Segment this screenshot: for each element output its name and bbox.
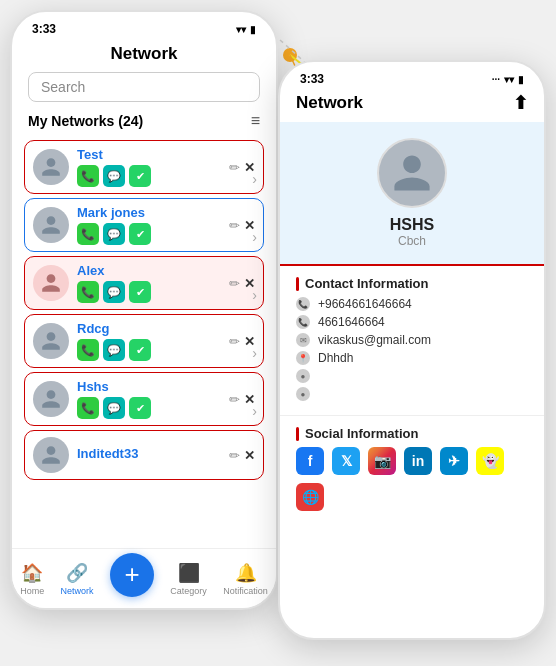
edit-icon[interactable]: ✏: [229, 448, 240, 463]
social-section: Social Information f 𝕏 📷 in ✈ 👻 🌐: [280, 416, 544, 521]
nav-network[interactable]: 🔗 Network: [61, 562, 94, 596]
contact-name: Test: [77, 147, 225, 162]
battery-icon: ▮: [518, 74, 524, 85]
contact-item[interactable]: Rdcg 📞 💬 ✔ ✏ ✕ ›: [24, 314, 264, 368]
contact-info-section: Contact Information 📞 +9664661646664 📞 4…: [280, 266, 544, 416]
battery-icon: ▮: [250, 24, 256, 35]
twitter-icon[interactable]: 𝕏: [332, 447, 360, 475]
telegram-icon[interactable]: ✈: [440, 447, 468, 475]
contact-item[interactable]: Test 📞 💬 ✔ ✏ ✕ ›: [24, 140, 264, 194]
nav-home[interactable]: 🏠 Home: [20, 562, 44, 596]
edit-icon[interactable]: ✏: [229, 334, 240, 349]
profile-section: HSHS Cbch: [280, 122, 544, 266]
chevron-right-icon: ›: [252, 229, 257, 245]
svg-point-0: [283, 48, 297, 62]
phone-dot-icon: 📞: [296, 315, 310, 329]
msg-btn[interactable]: 💬: [103, 281, 125, 303]
phone-btn[interactable]: 📞: [77, 397, 99, 419]
wifi-icon: ▾▾: [504, 74, 514, 85]
contact-actions: 📞 💬 ✔: [77, 397, 225, 419]
phone-btn[interactable]: 📞: [77, 165, 99, 187]
social-info-label: Social Information: [296, 426, 528, 441]
address: Dhhdh: [318, 351, 353, 365]
right-header: Network ⬆: [280, 90, 544, 122]
phone-btn[interactable]: 📞: [77, 281, 99, 303]
wa-btn[interactable]: ✔: [129, 165, 151, 187]
contact-info: Alex 📞 💬 ✔: [77, 263, 225, 303]
contact-info: Inditedt33: [77, 446, 225, 464]
social-icons: f 𝕏 📷 in ✈ 👻 🌐: [296, 447, 528, 511]
contact-item[interactable]: Inditedt33 ✏ ✕: [24, 430, 264, 480]
contact-info: Rdcg 📞 💬 ✔: [77, 321, 225, 361]
right-status-icons: ··· ▾▾ ▮: [492, 74, 524, 85]
wa-btn[interactable]: ✔: [129, 339, 151, 361]
edit-icon[interactable]: ✏: [229, 218, 240, 233]
instagram-icon[interactable]: 📷: [368, 447, 396, 475]
chevron-right-icon: ›: [252, 287, 257, 303]
dots-icon: ···: [492, 74, 500, 85]
search-bar[interactable]: Search: [28, 72, 260, 102]
home-icon: 🏠: [21, 562, 43, 584]
left-status-icons: ▾▾ ▮: [236, 24, 256, 35]
msg-btn[interactable]: 💬: [103, 339, 125, 361]
edit-icon[interactable]: ✏: [229, 160, 240, 175]
avatar: [33, 265, 69, 301]
info-row: 📞 +9664661646664: [296, 297, 528, 311]
share-icon[interactable]: ⬆: [513, 92, 528, 114]
nav-add[interactable]: +: [110, 553, 154, 605]
category-icon: ⬛: [178, 562, 200, 584]
wa-btn[interactable]: ✔: [129, 223, 151, 245]
chevron-right-icon: ›: [252, 171, 257, 187]
phone-btn[interactable]: 📞: [77, 223, 99, 245]
nav-category[interactable]: ⬛ Category: [170, 562, 207, 596]
phone1: +9664661646664: [318, 297, 412, 311]
info-row: ●: [296, 387, 528, 401]
contact-actions: 📞 💬 ✔: [77, 223, 225, 245]
web-icon[interactable]: 🌐: [296, 483, 324, 511]
right-header-title: Network: [296, 93, 363, 113]
filter-icon[interactable]: ≡: [251, 112, 260, 130]
linkedin-icon[interactable]: in: [404, 447, 432, 475]
my-networks-label: My Networks (24): [28, 113, 143, 129]
info-row: 📍 Dhhdh: [296, 351, 528, 365]
msg-btn[interactable]: 💬: [103, 397, 125, 419]
contact-actions: 📞 💬 ✔: [77, 165, 225, 187]
contact-item[interactable]: Hshs 📞 💬 ✔ ✏ ✕ ›: [24, 372, 264, 426]
close-icon[interactable]: ✕: [244, 448, 255, 463]
contact-name: Mark jones: [77, 205, 225, 220]
nav-category-label: Category: [170, 586, 207, 596]
phone-dot-icon: 📞: [296, 297, 310, 311]
left-phone: 3:33 ▾▾ ▮ Network Search My Networks (24…: [10, 10, 278, 610]
edit-icon[interactable]: ✏: [229, 276, 240, 291]
nav-network-label: Network: [61, 586, 94, 596]
contact-info: Mark jones 📞 💬 ✔: [77, 205, 225, 245]
edit-icon[interactable]: ✏: [229, 392, 240, 407]
contact-name: Rdcg: [77, 321, 225, 336]
contact-item[interactable]: Mark jones 📞 💬 ✔ ✏ ✕ ›: [24, 198, 264, 252]
msg-btn[interactable]: 💬: [103, 165, 125, 187]
profile-subtitle: Cbch: [398, 234, 426, 248]
bottom-nav: 🏠 Home 🔗 Network + ⬛ Category 🔔 Notifica…: [12, 548, 276, 608]
contact-item[interactable]: Alex 📞 💬 ✔ ✏ ✕ ›: [24, 256, 264, 310]
right-time: 3:33: [300, 72, 324, 86]
info-row: ✉ vikaskus@gmail.com: [296, 333, 528, 347]
contact-info-label: Contact Information: [296, 276, 528, 291]
add-button[interactable]: +: [110, 553, 154, 597]
wa-btn[interactable]: ✔: [129, 281, 151, 303]
avatar: [33, 323, 69, 359]
contact-name: Hshs: [77, 379, 225, 394]
facebook-icon[interactable]: f: [296, 447, 324, 475]
left-status-bar: 3:33 ▾▾ ▮: [12, 12, 276, 40]
avatar: [33, 381, 69, 417]
contact-actions: 📞 💬 ✔: [77, 281, 225, 303]
phone-btn[interactable]: 📞: [77, 339, 99, 361]
nav-notification[interactable]: 🔔 Notification: [223, 562, 268, 596]
info-row: 📞 4661646664: [296, 315, 528, 329]
email-dot-icon: ✉: [296, 333, 310, 347]
msg-btn[interactable]: 💬: [103, 223, 125, 245]
wa-btn[interactable]: ✔: [129, 397, 151, 419]
left-header: Network: [12, 40, 276, 72]
phone2: 4661646664: [318, 315, 385, 329]
snapchat-icon[interactable]: 👻: [476, 447, 504, 475]
location-dot-icon: 📍: [296, 351, 310, 365]
